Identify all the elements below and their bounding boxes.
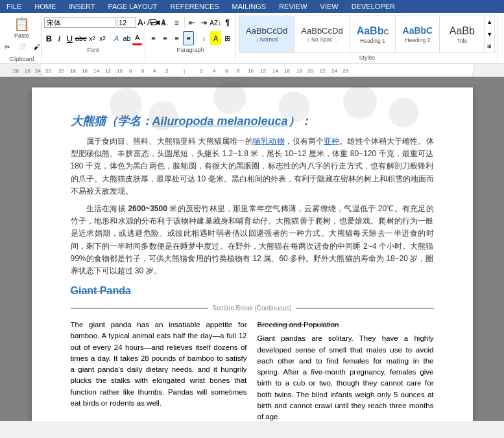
font-name-input[interactable] [44, 17, 115, 28]
ribbon-content: 📋 Paste ✂ 📄 🖌 Clipboard A+ A- ✖A B [0, 13, 504, 64]
borders-button[interactable]: ⊞ [222, 31, 233, 45]
svg-text:6: 6 [225, 68, 228, 74]
increase-indent-button[interactable]: ⇥ [198, 16, 209, 30]
heading-strikethrough: Giant Panda [71, 285, 131, 296]
style-h1-button[interactable]: AaBbC Heading 1 [350, 16, 396, 52]
style-h2-preview: AaBbC [403, 25, 433, 36]
tab-page-layout[interactable]: PAGE LAYOUT [101, 0, 163, 13]
bullets-button[interactable]: ☰ [148, 16, 159, 30]
font-group-label: Font [44, 47, 142, 53]
paste-button[interactable]: 📋 Paste [10, 15, 34, 40]
svg-text:20: 20 [58, 68, 64, 74]
heading-giant-panda: Giant Panda [71, 285, 434, 297]
underline-button[interactable]: U [65, 31, 75, 45]
tab-developer[interactable]: DEVELOPER [345, 0, 402, 13]
editing-group: 🔍Find ▼ Replace Select ▼ Editing [498, 14, 504, 62]
tab-view[interactable]: VIEW [314, 0, 345, 13]
svg-text:24: 24 [331, 68, 337, 74]
justify-button[interactable]: ≡ [183, 31, 194, 45]
decrease-indent-button[interactable]: ⇤ [186, 16, 197, 30]
paragraph-group-label: Paragraph [148, 47, 233, 53]
styles-group-label: Styles [239, 54, 495, 61]
svg-text:12: 12 [105, 68, 111, 74]
svg-text:28: 28 [13, 68, 19, 74]
style-normal-label: ↓ Normal [256, 36, 278, 43]
col1-content: The giant panda has an insatiable appeti… [71, 319, 247, 421]
col2-content: Breeding and Population Giant pandas are… [258, 319, 434, 421]
align-center-button[interactable]: ≡ [160, 31, 171, 45]
svg-text:2: 2 [200, 68, 203, 74]
svg-text:6: 6 [141, 68, 145, 74]
italic-button[interactable]: I [54, 31, 64, 45]
svg-text:14: 14 [93, 68, 99, 74]
superscript-button[interactable]: x2 [98, 31, 108, 45]
tab-insert[interactable]: INSERT [62, 0, 101, 13]
line-spacing-button[interactable]: ↕ [198, 31, 210, 45]
grow-font-button[interactable]: A+ [138, 16, 146, 30]
link-mammal[interactable]: 哺乳动物 [253, 137, 284, 146]
tab-references[interactable]: REFERENCES [163, 0, 225, 13]
clipboard-group: 📋 Paste ✂ 📄 🖌 Clipboard [3, 14, 42, 62]
svg-text:10: 10 [248, 68, 254, 74]
styles-scroll-up[interactable]: ▲ [485, 16, 494, 29]
style-h1-label: Heading 1 [360, 38, 385, 44]
altitude-bold: 2600~3500 [128, 204, 167, 213]
svg-text:18: 18 [70, 68, 76, 74]
ruler-svg: 28 26 24 22 20 18 16 14 12 10 8 6 4 2 | … [5, 64, 499, 76]
svg-text:|: | [184, 68, 185, 74]
section-break-label: Section Break (Continuous) [212, 305, 291, 312]
col2-heading: Breeding and Population [258, 319, 434, 330]
ribbon-tabs: FILE HOME INSERT PAGE LAYOUT REFERENCES … [0, 0, 504, 13]
styles-more[interactable]: ⊞ [485, 40, 494, 52]
svg-text:16: 16 [82, 68, 88, 74]
styles-scroll-down[interactable]: ▼ [485, 29, 494, 41]
title-zh: 大熊猫（学名： [71, 115, 152, 128]
svg-text:2: 2 [165, 68, 169, 74]
ruler: 28 26 24 22 20 18 16 14 12 10 8 6 4 2 | … [0, 64, 504, 77]
svg-text:18: 18 [296, 68, 302, 74]
svg-text:24: 24 [35, 68, 41, 74]
style-h1-preview: AaBbC [357, 25, 389, 37]
svg-text:8: 8 [237, 68, 240, 74]
style-title-button[interactable]: AaBb Title [440, 16, 484, 52]
svg-text:8: 8 [129, 68, 132, 74]
svg-text:12: 12 [260, 68, 266, 74]
numbering-button[interactable]: 1. [160, 16, 171, 30]
shading-button[interactable]: A [210, 31, 221, 45]
style-nospace-preview: AaBbCcDd [301, 26, 342, 36]
font-color-button[interactable]: A [132, 31, 142, 45]
tab-file[interactable]: FILE [0, 0, 28, 13]
svg-text:4: 4 [213, 68, 216, 74]
multilevel-button[interactable]: ≡ [171, 16, 182, 30]
strikethrough-button[interactable]: abc [75, 31, 87, 45]
show-marks-button[interactable]: ¶ [222, 16, 233, 30]
align-left-button[interactable]: ≡ [148, 31, 159, 45]
copy-button[interactable]: 📄 [15, 40, 29, 54]
align-right-button[interactable]: ≡ [171, 31, 182, 45]
document-container[interactable]: 大熊猫（学名：Ailuropoda melanoleuca）： 属于食肉目、熊科… [0, 77, 504, 421]
sort-button[interactable]: AZ↓ [210, 16, 221, 30]
col2-para: Giant pandas are solitary. They have a h… [258, 333, 434, 421]
cut-button[interactable]: ✂ [0, 40, 14, 54]
font-size-input[interactable] [117, 17, 136, 28]
svg-text:26: 26 [342, 68, 348, 74]
text-effects-button[interactable]: A [112, 31, 121, 45]
font-group: A+ A- ✖A B I U abc x2 x2 A ab A Font [42, 14, 145, 62]
paragraph-group: ☰ 1. ≡ ⇤ ⇥ AZ↓ ¶ ≡ ≡ ≡ ≡ ↕ A ⊞ Paragraph [145, 14, 236, 62]
tab-mailings[interactable]: MAILINGS [226, 0, 273, 13]
document-title: 大熊猫（学名：Ailuropoda melanoleuca）： [71, 113, 434, 129]
highlight-button[interactable]: ab [122, 31, 132, 45]
style-h2-label: Heading 2 [405, 37, 430, 43]
ribbon: FILE HOME INSERT PAGE LAYOUT REFERENCES … [0, 0, 504, 13]
svg-text:14: 14 [272, 68, 278, 74]
tab-review[interactable]: REVIEW [272, 0, 313, 13]
style-h2-button[interactable]: AaBbC Heading 2 [396, 16, 440, 52]
style-normal-button[interactable]: AaBbCcDd ↓ Normal [239, 16, 294, 52]
svg-text:20: 20 [307, 68, 313, 74]
subscript-button[interactable]: x2 [88, 31, 97, 45]
tab-home[interactable]: HOME [28, 0, 62, 13]
style-nospace-button[interactable]: AaBbCcDd ↓ No Spac... [294, 16, 350, 52]
link-subspecies[interactable]: 亚种 [324, 137, 339, 146]
svg-text:22: 22 [320, 68, 326, 74]
bold-button[interactable]: B [44, 31, 54, 45]
